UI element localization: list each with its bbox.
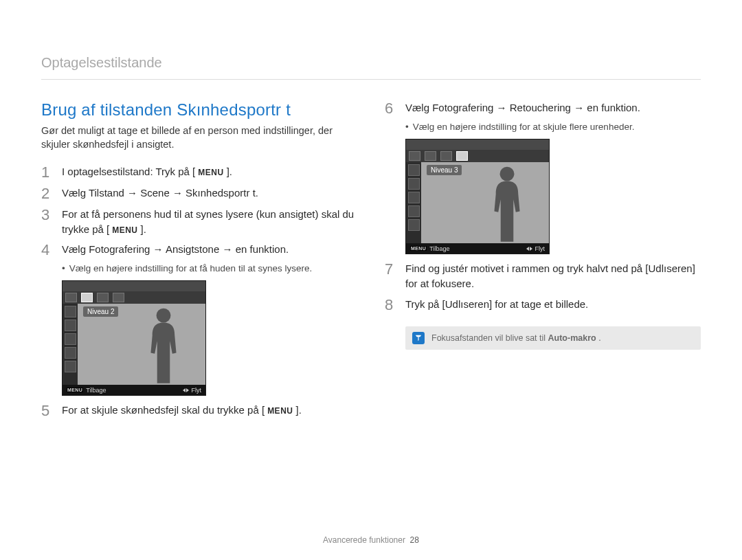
flash-icon <box>65 306 76 317</box>
person-silhouette-icon <box>137 305 190 385</box>
megapixel-icon <box>408 192 420 203</box>
facetone-option-icon <box>65 293 77 302</box>
step-number: 7 <box>385 261 398 291</box>
back-label: Tilbage <box>86 387 106 394</box>
step-body: For at få personens hud til at synes lys… <box>62 207 357 237</box>
arrow-keys-icon <box>183 388 189 392</box>
info-icon <box>412 332 425 344</box>
page-footer: Avancerede funktioner 28 <box>0 535 742 545</box>
facetone-option-icon <box>113 293 124 302</box>
step-8: 8 Tryk på [Udlıseren] for at tage et bil… <box>385 297 701 313</box>
step-number: 6 <box>385 100 398 116</box>
step-text-post: ]. <box>227 166 232 177</box>
camera-iconbar <box>406 150 549 162</box>
step-4: 4 Vælg Fotografering → Ansigtstone → en … <box>41 242 357 258</box>
camera-main: Niveau 3 <box>406 162 549 243</box>
back-label: Tilbage <box>429 245 449 252</box>
note-text-post: . <box>596 333 601 343</box>
menu-chip: MENU <box>265 405 295 416</box>
note-text-bold: Auto-makro <box>548 333 596 343</box>
bullet-text: Vælg en højere indstilling for at få hud… <box>69 263 312 273</box>
camera-sidebar <box>63 304 78 385</box>
bullet-text: Vælg en højere indstilling for at skjule… <box>413 122 635 132</box>
menu-icon: MENU <box>67 388 83 392</box>
camera-main: Niveau 2 <box>63 304 205 385</box>
focus-icon <box>65 320 76 331</box>
step-6: 6 Vælg Fotografering → Retouchering → en… <box>385 100 701 116</box>
column-left: Brug af tilstanden Skınhedsportr t Gør d… <box>41 100 357 424</box>
step-text: I optagelsestilstand: Tryk på [ <box>62 166 195 177</box>
facetone-option-icon <box>97 293 109 302</box>
section-divider <box>41 79 701 80</box>
step-text-post: ]. <box>295 404 301 416</box>
retouch-option-icon <box>456 151 468 161</box>
step-6-bullet: Vælg en højere indstilling for at skjule… <box>405 122 701 132</box>
step-7: 7 Find og justér motivet i rammen og try… <box>385 261 701 291</box>
move-label: Flyt <box>192 387 202 394</box>
note-box: Fokusafstanden vil blive sat til Auto-ma… <box>405 326 701 350</box>
step-number: 3 <box>41 207 55 237</box>
step-number: 2 <box>41 186 55 201</box>
retouch-option-icon <box>425 151 436 161</box>
note-text-pre: Fokusafstanden vil blive sat til <box>431 333 548 343</box>
camera-iconbar <box>63 291 205 304</box>
page-number: 28 <box>410 535 419 545</box>
step-4-bullet: Vælg en højere indstilling for at få hud… <box>62 263 357 273</box>
retouch-option-icon <box>409 151 420 161</box>
camera-topbar <box>406 139 549 150</box>
step-text-post: ]. <box>141 223 146 235</box>
level-label: Niveau 2 <box>83 306 118 317</box>
step-body: Tryk på [Udlıseren] for at tage et bille… <box>405 297 588 313</box>
step-number: 1 <box>41 164 55 180</box>
mic-off-icon <box>65 361 76 372</box>
step-body: I optagelsestilstand: Tryk på [MENU]. <box>62 164 232 180</box>
step-body: Vælg Tilstand → Scene → Skınhedsportr t. <box>62 186 258 201</box>
step-body: Vælg Fotografering → Retouchering → en f… <box>405 100 640 116</box>
grid-icon <box>408 205 420 217</box>
breadcrumb: Optagelsestilstande <box>41 55 701 75</box>
level-label: Niveau 3 <box>427 165 462 175</box>
arrow-keys-icon <box>526 247 532 251</box>
menu-chip: MENU <box>195 167 226 178</box>
camera-topbar <box>63 281 205 291</box>
svg-point-1 <box>500 167 515 181</box>
step-text: For at skjule skønhedsfejl skal du trykk… <box>62 404 265 416</box>
note-text: Fokusafstanden vil blive sat til Auto-ma… <box>431 333 601 343</box>
focus-icon <box>408 178 420 190</box>
flash-icon <box>408 164 420 176</box>
move-label: Flyt <box>535 245 546 252</box>
column-right: 6 Vælg Fotografering → Retouchering → en… <box>385 100 701 424</box>
camera-bottombar: MENU Tilbage Flyt <box>406 243 549 254</box>
camera-bottombar: MENU Tilbage Flyt <box>63 385 205 395</box>
footer-label: Avancerede funktioner <box>323 535 405 545</box>
svg-point-0 <box>157 309 171 323</box>
section-title: Brug af tilstanden Skınhedsportr t <box>41 100 357 120</box>
menu-icon: MENU <box>410 246 427 251</box>
facetone-option-icon <box>81 293 93 302</box>
camera-sidebar <box>406 162 421 243</box>
step-body: For at skjule skønhedsfejl skal du trykk… <box>62 403 302 418</box>
step-1: 1 I optagelsestilstand: Tryk på [MENU]. <box>41 164 357 180</box>
mic-off-icon <box>408 219 420 231</box>
grid-icon <box>65 347 76 359</box>
person-silhouette-icon <box>480 164 534 243</box>
step-2: 2 Vælg Tilstand → Scene → Skınhedsportr … <box>41 186 357 201</box>
step-body: Find og justér motivet i rammen og tryk … <box>405 261 701 291</box>
step-5: 5 For at skjule skønhedsfejl skal du try… <box>41 403 357 418</box>
megapixel-icon <box>65 333 76 345</box>
camera-preview-2: Niveau 3 MENU Tilbage Flyt <box>405 139 550 254</box>
section-description: Gør det muligt at tage et billede af en … <box>41 124 357 152</box>
step-number: 8 <box>385 297 398 313</box>
step-number: 4 <box>41 242 55 258</box>
camera-preview-1: Niveau 2 MENU Tilbage Flyt <box>62 280 206 396</box>
retouch-option-icon <box>440 151 452 161</box>
menu-chip: MENU <box>109 225 140 236</box>
step-body: Vælg Fotografering → Ansigtstone → en fu… <box>62 242 289 258</box>
step-text: For at få personens hud til at synes lys… <box>62 208 354 235</box>
step-number: 5 <box>41 403 55 418</box>
step-3: 3 For at få personens hud til at synes l… <box>41 207 357 237</box>
